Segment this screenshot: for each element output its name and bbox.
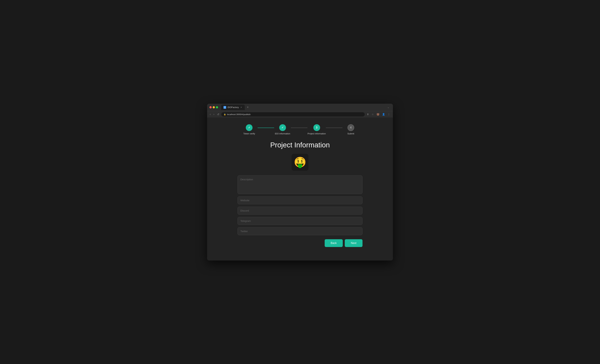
telegram-input[interactable] [237, 217, 363, 225]
step-ido-information: IDO information [274, 124, 291, 135]
bookmark-button[interactable]: ☆ [371, 112, 375, 116]
description-input[interactable] [237, 175, 363, 194]
step-circle-token-verify [246, 124, 253, 131]
maximize-button[interactable] [216, 106, 218, 108]
check-icon-2 [281, 126, 284, 129]
website-input[interactable] [237, 196, 363, 204]
step-token-verify: Token verify [241, 124, 258, 135]
minimize-button[interactable] [213, 106, 215, 108]
step-label-submit: Submit [347, 132, 354, 135]
share-button[interactable]: ⬆ [366, 112, 370, 116]
avatar-emoji: 🤑 [294, 156, 306, 168]
tab-close-icon[interactable]: ✕ [240, 106, 242, 109]
new-tab-button[interactable]: + [245, 105, 250, 110]
step-project-information: 3 Project information [308, 124, 326, 135]
tab-area: I IDOFactory ✕ + [221, 105, 250, 110]
step-circle-project-information: 3 [313, 124, 320, 131]
page-title: Project Information [270, 141, 330, 149]
step-circle-ido-information [279, 124, 286, 131]
window-controls: ⌄ [387, 106, 391, 109]
mac-window: I IDOFactory ✕ + ⌄ ‹ › ↺ 🔒 localhost:300… [207, 104, 393, 261]
next-button[interactable]: Next [345, 239, 363, 247]
profile-button[interactable]: 👤 [381, 112, 386, 116]
step-number-4: 4 [350, 126, 352, 129]
connector-2 [291, 128, 308, 128]
stepper: Token verify IDO information 3 Project i… [241, 124, 359, 135]
step-label-token-verify: Token verify [244, 132, 255, 135]
connector-3 [326, 128, 343, 128]
back-button[interactable]: Back [325, 239, 343, 247]
address-bar-row: ‹ › ↺ 🔒 localhost:3000/#/publish ⬆ ☆ 🐻 👤… [207, 111, 393, 118]
title-bar: I IDOFactory ✕ + ⌄ [207, 104, 393, 111]
active-tab[interactable]: I IDOFactory ✕ [221, 105, 245, 110]
connector-1 [258, 128, 274, 128]
tab-title: IDOFactory [227, 106, 239, 109]
traffic-lights [209, 106, 218, 108]
step-submit: 4 Submit [342, 124, 359, 135]
lock-icon: 🔒 [224, 113, 226, 116]
step-label-project-information: Project information [308, 132, 326, 135]
back-nav-button[interactable]: ‹ [209, 112, 211, 116]
check-icon-1 [248, 126, 250, 129]
url-text: localhost:3000/#/publish [227, 113, 251, 116]
bottom-bar: Back Next [237, 239, 363, 247]
step-number-3: 3 [316, 126, 317, 129]
toolbar-right: ⬆ ☆ 🐻 👤 ⋮ [366, 112, 391, 116]
forward-nav-button[interactable]: › [213, 112, 215, 116]
menu-button[interactable]: ⋮ [387, 112, 391, 116]
step-label-ido-information: IDO information [275, 132, 290, 135]
close-button[interactable] [209, 106, 212, 108]
extensions-button[interactable]: 🐻 [376, 112, 380, 116]
form-container [237, 175, 363, 235]
address-bar[interactable]: 🔒 localhost:3000/#/publish [221, 112, 365, 117]
twitter-input[interactable] [237, 227, 363, 235]
page-content: Token verify IDO information 3 Project i… [207, 118, 393, 261]
tab-favicon: I [224, 106, 226, 109]
refresh-nav-button[interactable]: ↺ [216, 112, 220, 116]
project-avatar[interactable]: 🤑 [291, 154, 309, 171]
discord-input[interactable] [237, 207, 363, 215]
step-circle-submit: 4 [347, 124, 354, 131]
